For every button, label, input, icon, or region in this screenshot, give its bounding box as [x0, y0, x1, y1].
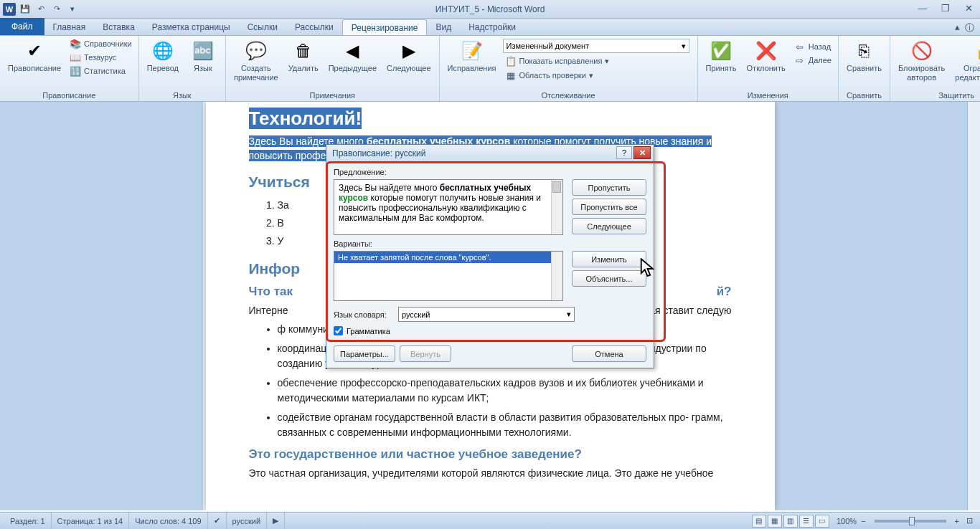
save-icon[interactable]: 💾 — [19, 3, 32, 16]
status-page[interactable]: Страница: 1 из 14 — [52, 513, 130, 529]
tab-layout[interactable]: Разметка страницы — [143, 19, 239, 35]
compare-icon: ⎘ — [852, 39, 875, 62]
compare-button[interactable]: ⎘Сравнить — [843, 37, 885, 75]
tab-insert[interactable]: Вставка — [94, 19, 143, 35]
title-bar: W 💾 ↶ ↷ ▾ ИНТУИТ_5 - Microsoft Word ― ❐ … — [0, 0, 980, 19]
status-wordcount[interactable]: Число слов: 4 109 — [129, 513, 207, 529]
view-fullscreen[interactable]: ▦ — [768, 515, 782, 528]
proofing-icon: ✔ — [214, 516, 220, 525]
tab-review[interactable]: Рецензирование — [342, 19, 428, 35]
tab-references[interactable]: Ссылки — [239, 19, 286, 35]
undo-icon[interactable]: ↶ — [34, 3, 47, 16]
prev-change-button[interactable]: ⇦Назад — [792, 40, 834, 53]
dialog-help-button[interactable]: ? — [616, 146, 632, 159]
doc-paragraph: Это частная организация, учредителями ко… — [249, 466, 732, 480]
spelling-icon: ✔ — [23, 39, 46, 62]
sentence-label: Предложение: — [334, 168, 646, 176]
variant-item[interactable]: Не хватает запятой после слова "курсов". — [334, 252, 562, 263]
group-protect: 🚫Блокировать авторов 🔒Ограничить редакти… — [890, 36, 980, 101]
sentence-textbox[interactable]: Здесь Вы найдете много бесплатных учебны… — [334, 179, 563, 235]
word-app-icon: W — [3, 3, 16, 16]
prev-comment-button[interactable]: ◀Предыдущее — [325, 37, 380, 75]
scrollbar-v[interactable] — [967, 102, 980, 510]
ignore-button[interactable]: Пропустить — [572, 179, 646, 196]
block-authors-button[interactable]: 🚫Блокировать авторов — [895, 37, 948, 84]
status-section[interactable]: Раздел: 1 — [4, 513, 52, 529]
delete-comment-button[interactable]: 🗑Удалить — [285, 37, 322, 75]
dialog-close-button[interactable]: ✕ — [633, 146, 651, 159]
view-web[interactable]: ▥ — [783, 515, 798, 528]
reviewing-pane-button[interactable]: ▦Область проверки ▾ — [503, 69, 689, 82]
status-macro[interactable]: ▶ — [267, 513, 285, 529]
view-outline[interactable]: ☰ — [799, 515, 814, 528]
stats-icon: 🔢 — [70, 65, 81, 77]
doc-h3: Это государственное или частное учебное … — [249, 447, 732, 462]
zoom-out-button[interactable]: − — [858, 517, 868, 525]
view-print-layout[interactable]: ▤ — [752, 515, 766, 528]
next-change-button[interactable]: ⇨Далее — [792, 54, 834, 67]
language-button[interactable]: 🔤Язык — [185, 37, 221, 75]
show-markup-button[interactable]: 📋Показать исправления ▾ — [503, 54, 689, 67]
tab-addins[interactable]: Надстройки — [460, 19, 524, 35]
track-changes-button[interactable]: 📝Исправления — [444, 37, 500, 75]
tab-view[interactable]: Вид — [427, 19, 460, 35]
next-comment-button[interactable]: ▶Следующее — [383, 37, 435, 75]
file-tab[interactable]: Файл — [0, 18, 44, 35]
variants-listbox[interactable]: Не хватает запятой после слова "курсов". — [334, 251, 563, 301]
view-draft[interactable]: ▭ — [815, 515, 829, 528]
group-changes: ✅Принять ❌Отклонить ⇦Назад ⇨Далее Измене… — [698, 36, 839, 101]
restore-button[interactable]: ❐ — [938, 2, 953, 14]
thesaurus-button[interactable]: 📖Тезаурус — [67, 51, 134, 64]
track-icon: 📝 — [461, 39, 484, 62]
dict-lang-select[interactable]: русский▾ — [398, 307, 575, 322]
ribbon-tabs: Файл Главная Вставка Разметка страницы С… — [0, 19, 980, 36]
zoom-slider[interactable] — [875, 520, 946, 523]
ignore-all-button[interactable]: Пропустить все — [572, 199, 646, 215]
lock-icon: 🔒 — [974, 39, 980, 62]
redo-icon[interactable]: ↷ — [50, 3, 63, 16]
pane-icon: ▦ — [505, 70, 517, 81]
tab-mailings[interactable]: Рассылки — [286, 19, 342, 35]
spelling-button[interactable]: ✔ Правописание — [4, 37, 65, 75]
wordcount-button[interactable]: 🔢Статистика — [67, 65, 134, 77]
status-bar: Раздел: 1 Страница: 1 из 14 Число слов: … — [0, 512, 980, 529]
translate-button[interactable]: 🌐Перевод — [143, 37, 182, 75]
status-language[interactable]: русский — [227, 513, 267, 529]
zoom-level[interactable]: 100% — [837, 517, 857, 525]
explain-button[interactable]: Объяснить... — [572, 270, 646, 287]
restrict-editing-button[interactable]: 🔒Ограничить редактирование — [951, 37, 980, 84]
accept-icon: ✅ — [710, 39, 732, 62]
textbox-scrollbar[interactable] — [551, 180, 562, 234]
cancel-button[interactable]: Отмена — [572, 345, 646, 362]
listbox-scrollbar[interactable] — [551, 252, 562, 300]
new-comment-button[interactable]: 💬Создать примечание — [230, 37, 282, 84]
change-button[interactable]: Изменить — [572, 251, 646, 267]
book-icon: 📚 — [70, 38, 81, 49]
zoom-in-button[interactable]: + — [952, 517, 962, 525]
comment-icon: 💬 — [245, 39, 268, 62]
status-proofing[interactable]: ✔ — [208, 513, 227, 529]
doc-heading: Технологий! — [249, 108, 362, 129]
reject-button[interactable]: ❌Отклонить — [743, 37, 789, 75]
prev-icon: ◀ — [341, 39, 364, 62]
next-sentence-button[interactable]: Следующее — [572, 218, 646, 234]
window-title: ИНТУИТ_5 - Microsoft Word — [435, 4, 545, 14]
accept-button[interactable]: ✅Принять — [702, 37, 740, 75]
group-proofing: ✔ Правописание 📚Справочники 📖Тезаурус 🔢С… — [0, 36, 139, 101]
ribbon-minimize-icon[interactable]: ▴ — [955, 22, 960, 32]
help-icon[interactable]: ⓘ — [965, 22, 974, 34]
fit-button[interactable]: ⊡ — [963, 516, 976, 525]
minimize-button[interactable]: ― — [915, 2, 930, 14]
display-for-review-dropdown[interactable]: Измененный документ▾ — [503, 39, 689, 53]
ribbon: ✔ Правописание 📚Справочники 📖Тезаурус 🔢С… — [0, 36, 980, 102]
translate-icon: 🌐 — [151, 39, 174, 62]
tab-home[interactable]: Главная — [44, 19, 95, 35]
options-button[interactable]: Параметры... — [334, 345, 395, 362]
research-button[interactable]: 📚Справочники — [67, 37, 134, 50]
close-button[interactable]: ✕ — [961, 2, 976, 14]
grammar-checkbox[interactable]: Грамматика — [334, 326, 646, 335]
qat-dropdown-icon[interactable]: ▾ — [66, 3, 79, 16]
chevron-down-icon: ▾ — [682, 42, 686, 51]
group-comments: 💬Создать примечание 🗑Удалить ◀Предыдущее… — [226, 36, 440, 101]
dialog-titlebar[interactable]: Правописание: русский ? ✕ — [326, 145, 654, 162]
